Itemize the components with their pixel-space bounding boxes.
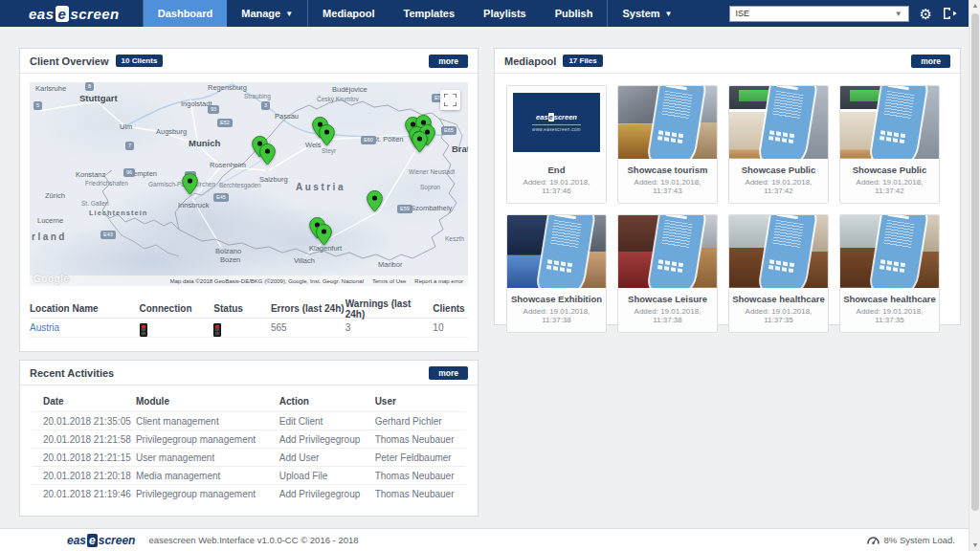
map-label: Bozen [220,255,240,264]
media-card[interactable]: easescreen www.easescreen.com EndAdded: … [506,85,607,204]
map-pin-icon[interactable] [182,173,198,195]
clients-map[interactable]: Karlsruhe Stuttgart Regensburg Straubing… [30,82,468,286]
col-warnings: Warnings (last 24h) [345,298,434,320]
tab-playlists[interactable]: Playlists [469,0,541,27]
navbar: easescreen Dashboard Manage▼ Mediapool T… [0,0,980,27]
map-label: Friedrichshafen [85,180,128,187]
client-select-value: ISE [736,9,750,18]
files-count-badge: 17 Files [563,55,602,67]
page-scrollbar[interactable]: ▲ ▼ [969,0,980,551]
map-label: Maribor [378,260,402,269]
map-label: Rosenheim [210,161,246,169]
clients-count-badge: 10 Clients [116,55,164,67]
mediapool-header: Mediapool 17 Files more [495,49,960,74]
warnings-value: 3 [345,322,434,333]
map-label: rland [32,231,67,242]
scrollbar-thumb[interactable] [971,13,979,511]
map-label: Salzburg [259,175,288,184]
media-thumbnail [729,215,828,288]
map-label: Bolzano [215,247,241,255]
recent-activities-panel: Recent Activities more Date Module Actio… [19,360,479,517]
gear-icon[interactable]: ⚙ [920,7,932,21]
connection-traffic-light-icon [140,323,147,337]
tab-publish[interactable]: Publish [541,0,608,27]
media-card[interactable]: Showcase healthcareAdded: 19.01.2018, 11… [839,214,940,333]
road-badge: E43 [100,231,116,239]
media-card[interactable]: Showcase healthcareAdded: 19.01.2018, 11… [728,214,829,333]
recent-activities-header: Recent Activities more [20,361,478,386]
recent-activities-more-button[interactable]: more [429,366,468,380]
media-card[interactable]: Showcase tourismAdded: 19.01.2018, 11:37… [617,85,718,204]
map-label: Passau [275,112,299,121]
tab-dashboard[interactable]: Dashboard [144,0,227,27]
chevron-down-icon: ▼ [895,10,902,18]
col-location-name: Location Name [30,303,140,314]
media-thumbnail [840,215,939,288]
media-card[interactable]: Showcase PublicAdded: 19.01.2018, 11:37:… [728,85,829,204]
map-pin-icon[interactable] [319,124,335,146]
map-attribution-text: Map data ©2018 GeoBasis-DE/BKG (©2009), … [170,278,364,284]
tab-system[interactable]: System▼ [608,0,686,27]
map-label: Berchtesgaden [219,182,261,188]
media-card[interactable]: Showcase ExhibitionAdded: 19.01.2018, 11… [506,214,607,333]
client-overview-header: Client Overview 10 Clients more [20,49,478,74]
road-badge: 96 [123,168,135,177]
logout-icon[interactable] [943,7,957,20]
map-pin-icon[interactable] [412,131,428,153]
map-attribution-bar: Map data ©2018 GeoBasis-DE/BKG (©2009), … [30,276,468,286]
map-label: Szombathely [411,204,452,212]
col-errors: Errors (last 24h) [271,303,345,314]
map-label: Konstanz [76,170,105,179]
chevron-down-icon: ▼ [665,10,673,18]
table-header-row: Location Name Connection Status Errors (… [30,299,468,319]
map-label: Bratislava [452,143,468,154]
road-badge: E60 [361,136,376,144]
col-user: User [375,396,466,407]
client-overview-more-button[interactable]: more [429,55,468,68]
report-map-error-link[interactable]: Report a map error [414,278,463,284]
map-fullscreen-button[interactable] [440,90,460,110]
media-grid: easescreen www.easescreen.com EndAdded: … [495,74,960,344]
map-label: Keszth [445,235,464,242]
col-status: Status [213,303,271,314]
tab-templates[interactable]: Templates [390,0,470,27]
table-row: 20.01.2018 21:20:18 Media management Upl… [32,466,466,484]
map-label: Straubing [244,93,271,99]
map-label: Karlsruhe [35,84,66,93]
mediapool-more-button[interactable]: more [911,55,950,68]
map-pin-icon[interactable] [367,190,383,212]
media-thumbnail: easescreen www.easescreen.com [507,86,606,159]
map-label: Innsbruck [178,201,210,209]
map-label: Austria [296,182,345,192]
media-card[interactable]: Showcase PublicAdded: 19.01.2018, 11:37:… [839,85,940,204]
panel-title: Mediapool [504,55,556,67]
map-label: Munich [189,138,220,148]
col-connection: Connection [140,303,214,314]
tab-manage[interactable]: Manage▼ [227,0,307,27]
errors-value: 565 [271,322,345,333]
tab-mediapool[interactable]: Mediapool [308,0,389,27]
road-badge: E59 [397,205,412,213]
footer: easescreen easescreen Web.Interface v1.0… [0,528,980,551]
map-label: St. Gallen [81,200,109,207]
road-badge: E65 [441,126,457,135]
map-pin-icon[interactable] [259,143,276,165]
client-overview-panel: Client Overview 10 Clients more [19,48,479,352]
scroll-down-arrow[interactable]: ▼ [969,540,980,551]
google-logo[interactable]: Google [33,274,69,284]
footer-version-text: easescreen Web.Interface v1.0.0-CC © 201… [148,535,358,545]
logo-text: screen [70,6,119,22]
terms-of-use-link[interactable]: Terms of Use [372,278,406,284]
table-row: 20.01.2018 21:35:05 Client management Ed… [32,411,466,430]
location-link[interactable]: Austria [30,322,59,333]
client-select[interactable]: ISE ▼ [729,6,909,22]
map-label: Villach [294,256,315,265]
media-card[interactable]: Showcase LeisureAdded: 19.01.2018, 11:37… [617,214,718,333]
fullscreen-icon [444,94,457,106]
clients-value: 10 [433,322,468,333]
activities-table: Date Module Action User 20.01.2018 21:35… [20,386,478,502]
scroll-up-arrow[interactable]: ▲ [969,0,980,11]
map-label: Wiener Neustadt [409,168,455,175]
map-pin-icon[interactable] [316,224,332,246]
table-row: 20.01.2018 21:19:46 Privilegegroup manag… [32,484,466,502]
